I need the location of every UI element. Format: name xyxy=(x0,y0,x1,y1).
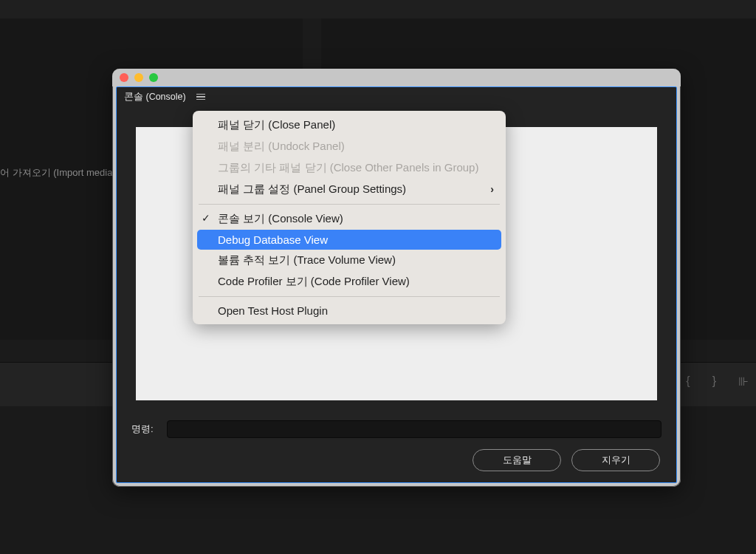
brace-close-icon[interactable]: } xyxy=(712,375,716,388)
menu-item-code-profiler-view[interactable]: Code Profiler 보기 (Code Profiler View) xyxy=(193,271,506,293)
help-button[interactable]: 도움말 xyxy=(472,449,561,471)
brace-open-icon[interactable]: { xyxy=(686,375,690,388)
menu-item-trace-volume-view[interactable]: 볼륨 추적 보기 (Trace Volume View) xyxy=(193,250,506,271)
menu-item-undock-panel: 패널 분리 (Undock Panel) xyxy=(193,136,506,157)
marker-icon[interactable]: ⊪ xyxy=(738,375,749,389)
command-label: 명령: xyxy=(131,423,154,436)
chevron-right-icon: › xyxy=(490,183,494,195)
host-topbar xyxy=(0,0,756,18)
menu-item-label: 콘솔 보기 (Console View) xyxy=(218,212,343,225)
menu-item-label: 패널 분리 (Undock Panel) xyxy=(218,140,345,152)
menu-item-close-other: 그룹의 기타 패널 닫기 (Close Other Panels in Grou… xyxy=(193,157,506,179)
menu-item-label: 볼륨 추적 보기 (Trace Volume View) xyxy=(218,253,396,266)
clear-button[interactable]: 지우기 xyxy=(571,449,660,471)
command-input[interactable] xyxy=(167,420,662,438)
panel-tabbar: 콘솔 (Console) xyxy=(117,87,676,106)
menu-item-label: Debug Database View xyxy=(218,233,328,246)
close-icon[interactable] xyxy=(120,73,128,82)
mac-titlebar[interactable] xyxy=(112,69,681,86)
panel-menu-icon[interactable] xyxy=(196,94,205,100)
check-icon: ✓ xyxy=(202,212,210,224)
menu-item-console-view[interactable]: ✓콘솔 보기 (Console View) xyxy=(193,208,506,230)
menu-item-label: 패널 닫기 (Close Panel) xyxy=(218,118,335,131)
tab-console[interactable]: 콘솔 (Console) xyxy=(124,91,205,103)
import-media-text: 어 가져오기 (Import media to xyxy=(0,166,126,179)
menu-item-debug-db-view[interactable]: Debug Database View xyxy=(197,230,501,250)
menu-separator xyxy=(199,296,500,297)
button-row: 도움말 지우기 xyxy=(472,449,660,471)
command-row: 명령: xyxy=(131,420,662,438)
menu-item-label: Open Test Host Plugin xyxy=(218,304,328,317)
zoom-icon[interactable] xyxy=(149,73,158,82)
menu-item-open-test-host[interactable]: Open Test Host Plugin xyxy=(193,301,506,321)
menu-item-label: 패널 그룹 설정 (Panel Group Settings) xyxy=(218,182,406,195)
tab-console-label: 콘솔 (Console) xyxy=(124,91,186,103)
menu-item-close-panel[interactable]: 패널 닫기 (Close Panel) xyxy=(193,114,506,136)
panel-context-menu: 패널 닫기 (Close Panel)패널 분리 (Undock Panel)그… xyxy=(193,111,506,324)
menu-item-label: Code Profiler 보기 (Code Profiler View) xyxy=(218,275,410,287)
menu-item-label: 그룹의 기타 패널 닫기 (Close Other Panels in Grou… xyxy=(218,161,478,174)
menu-item-panel-group[interactable]: 패널 그룹 설정 (Panel Group Settings)› xyxy=(193,179,506,200)
traffic-lights xyxy=(120,73,158,82)
minimize-icon[interactable] xyxy=(134,73,143,82)
menu-separator xyxy=(199,204,500,205)
